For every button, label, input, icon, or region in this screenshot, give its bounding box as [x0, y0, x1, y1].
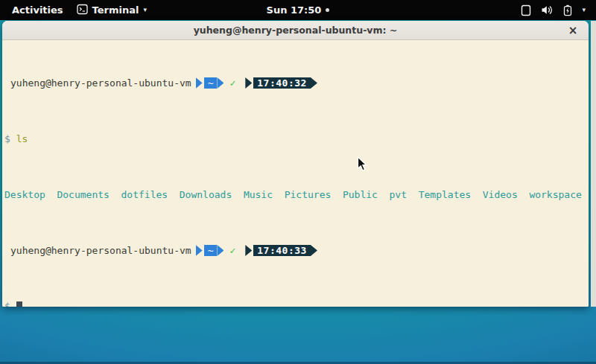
chevron-down-icon: ▾: [582, 7, 586, 13]
volume-icon: [541, 4, 554, 16]
powerline-arrow-icon: [311, 77, 317, 89]
directory-name: pvt: [390, 189, 407, 200]
powerline-arrow-icon: [217, 245, 224, 256]
window-titlebar[interactable]: yuheng@henry-personal-ubuntu-vm: ~ ×: [2, 21, 589, 40]
prompt-path-segment: ~: [204, 77, 218, 89]
powerline-arrow-icon: [196, 77, 203, 89]
terminal-screen[interactable]: yuheng@henry-personal-ubuntu-vm ~ ✓ 17:4…: [2, 41, 589, 307]
directory-name: Music: [244, 189, 273, 200]
prompt-dollar: $: [4, 301, 10, 307]
directory-name: Downloads: [180, 189, 232, 200]
right-edge-strip: [591, 21, 596, 307]
prompt-path-segment: ~: [204, 245, 218, 256]
chevron-down-icon: ▾: [143, 7, 147, 13]
directory-name: Pictures: [285, 189, 332, 200]
directory-name: Videos: [483, 189, 518, 200]
terminal-window: yuheng@henry-personal-ubuntu-vm: ~ × yuh…: [2, 21, 589, 307]
directory-name: Public: [343, 189, 378, 200]
ls-output: DesktopDocumentsdotfilesDownloadsMusicPi…: [4, 189, 587, 200]
prompt-time-segment: 17:40:33: [253, 245, 311, 256]
clock-menu[interactable]: Sun 17:50: [267, 4, 330, 16]
terminal-app-icon: [77, 4, 88, 17]
close-icon[interactable]: ×: [565, 21, 581, 40]
prompt-username: yuheng@henry-personal-ubuntu-vm: [10, 77, 191, 89]
app-menu[interactable]: Terminal ▾: [77, 4, 147, 17]
app-menu-label: Terminal: [92, 4, 139, 16]
prompt-line: yuheng@henry-personal-ubuntu-vm ~ ✓ 17:4…: [4, 77, 587, 89]
directory-name: Templates: [419, 189, 471, 200]
directory-name: workspace: [529, 189, 581, 200]
input-line: $: [4, 301, 587, 307]
powerline-arrow-icon: [217, 77, 224, 89]
top-bar: Activities Terminal ▾ Sun 17:50: [0, 0, 596, 20]
prompt-dollar: $: [4, 133, 10, 144]
command-line: $ls: [4, 133, 587, 144]
powerline-arrow-icon: [245, 245, 252, 256]
typed-command: ls: [16, 133, 28, 144]
notification-dot-icon: [326, 8, 329, 12]
battery-charging-icon: [563, 4, 572, 16]
prompt-line: yuheng@henry-personal-ubuntu-vm ~ ✓ 17:4…: [4, 245, 587, 256]
window-title: yuheng@henry-personal-ubuntu-vm: ~: [194, 25, 398, 36]
prompt-username: yuheng@henry-personal-ubuntu-vm: [10, 245, 191, 256]
powerline-arrow-icon: [196, 245, 203, 256]
status-check-icon: ✓: [224, 77, 241, 89]
system-tray[interactable]: ▾: [521, 0, 596, 20]
clock-label: Sun 17:50: [267, 4, 322, 16]
prompt-time-segment: 17:40:32: [253, 77, 311, 89]
text-cursor: [16, 301, 22, 307]
mouse-cursor: [357, 156, 367, 175]
activities-button[interactable]: Activities: [9, 3, 66, 17]
powerline-arrow-icon: [245, 77, 252, 89]
powerline-arrow-icon: [311, 245, 317, 256]
directory-name: Documents: [57, 189, 109, 200]
display-icon: [521, 4, 531, 16]
directory-name: dotfiles: [121, 189, 168, 200]
directory-name: Desktop: [4, 189, 45, 200]
status-check-icon: ✓: [224, 245, 241, 256]
